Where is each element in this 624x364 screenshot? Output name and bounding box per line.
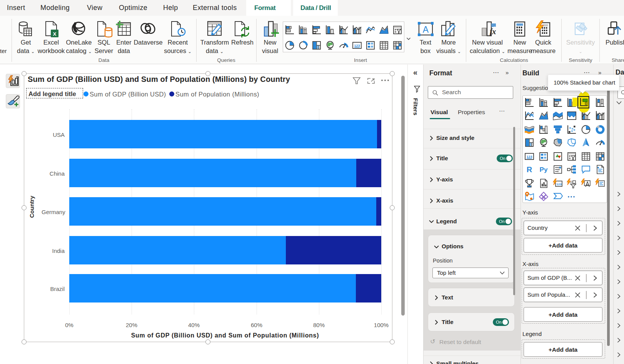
svg-text:R: R — [527, 165, 532, 174]
svg-text:Py: Py — [540, 166, 548, 173]
svg-text:X: X — [53, 31, 56, 37]
svg-text:123: 123 — [526, 155, 532, 159]
svg-text:123: 123 — [354, 44, 360, 48]
svg-text:123: 123 — [556, 183, 562, 186]
svg-text:fx: fx — [490, 27, 496, 36]
svg-text:A: A — [423, 25, 429, 35]
